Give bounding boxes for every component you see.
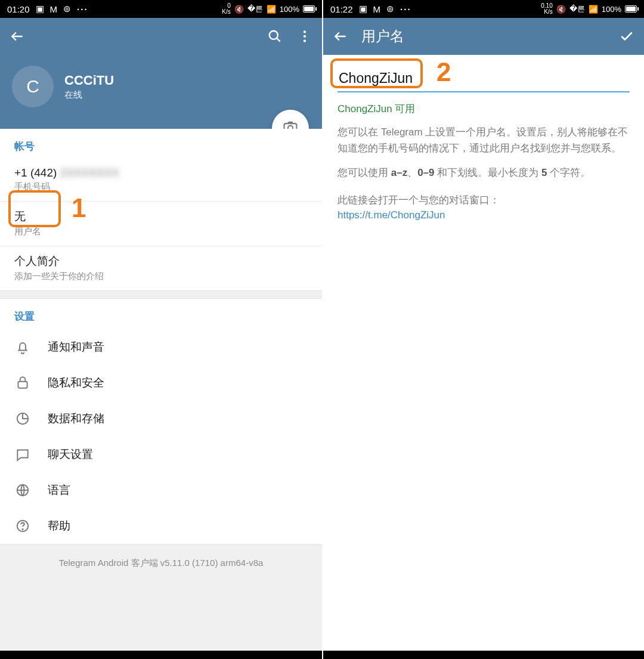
status-speed: 0 K/s	[222, 3, 230, 15]
status-hangouts-icon: ⊚	[386, 4, 394, 14]
back-icon[interactable]	[8, 27, 26, 45]
account-section: 帐号 +1 (442) 2XXXXXXX 手机号码 无 用户名 个人简介 添加一…	[0, 129, 322, 290]
phone-sub: 手机号码	[14, 181, 308, 193]
svg-point-0	[270, 31, 278, 39]
account-header: 帐号	[0, 129, 322, 159]
svg-point-1	[304, 30, 306, 33]
status-wifi-icon: �른	[569, 4, 585, 14]
section-divider	[0, 290, 322, 299]
settings-section: 设置 通知和声音 隐私和安全 数据和存储	[0, 299, 322, 544]
username-value: 无	[14, 209, 308, 224]
avatar[interactable]: C	[12, 66, 54, 107]
toolbar: 用户名	[323, 18, 644, 55]
help-icon	[14, 518, 31, 534]
battery-icon	[625, 5, 637, 13]
username-form: ChongZiJun 可用 您可以在 Telegram 上设置一个用户名。设置后…	[323, 55, 644, 231]
pie-icon	[14, 410, 31, 427]
settings-item-label: 数据和存储	[48, 411, 104, 426]
settings-item-label: 帮助	[48, 518, 70, 534]
username-row[interactable]: 无 用户名	[0, 201, 322, 246]
status-battery-text: 100%	[280, 5, 299, 14]
settings-item-label: 通知和声音	[48, 339, 104, 355]
profile-name: CCCiTU	[64, 73, 114, 88]
screen-settings: 01:20 ▣ M ⊚ 0 K/s 🔇 �른 📶 100%	[0, 0, 322, 659]
settings-item-help[interactable]: 帮助	[0, 508, 322, 544]
svg-point-2	[304, 35, 306, 38]
settings-header: 设置	[0, 299, 322, 329]
settings-item-language[interactable]: 语言	[0, 472, 322, 508]
settings-item-notifications[interactable]: 通知和声音	[0, 329, 322, 365]
username-input[interactable]	[338, 64, 630, 92]
globe-icon	[14, 482, 31, 499]
status-bar: 01:22 ▣ M ⊚ 0.10 K/s 🔇 �른 📶 100%	[323, 0, 644, 18]
status-mail-icon: M	[373, 4, 381, 14]
profile-link[interactable]: https://t.me/ChongZiJun	[338, 209, 630, 221]
settings-item-privacy[interactable]: 隐私和安全	[0, 365, 322, 401]
bio-value: 个人简介	[14, 253, 308, 269]
status-image-icon: ▣	[359, 4, 367, 14]
link-description: 此链接会打开一个与您的对话窗口：	[338, 193, 630, 207]
page-title: 用户名	[361, 27, 404, 46]
status-battery-text: 100%	[602, 5, 621, 14]
back-icon[interactable]	[332, 27, 349, 45]
profile-header: C CCCiTU 在线	[0, 55, 322, 129]
search-icon[interactable]	[266, 27, 284, 45]
settings-item-label: 隐私和安全	[48, 375, 104, 391]
screen-username: 01:22 ▣ M ⊚ 0.10 K/s 🔇 �른 📶 100% 用户名	[322, 0, 644, 659]
status-bar: 01:20 ▣ M ⊚ 0 K/s 🔇 �른 📶 100%	[0, 0, 322, 18]
bio-row[interactable]: 个人简介 添加一些关于你的介绍	[0, 246, 322, 290]
availability-text: ChongZiJun 可用	[338, 102, 630, 116]
status-speed: 0.10 K/s	[541, 3, 552, 15]
toolbar	[0, 18, 322, 55]
phone-row[interactable]: +1 (442) 2XXXXXXX 手机号码	[0, 159, 322, 201]
settings-item-chat[interactable]: 聊天设置	[0, 437, 322, 472]
profile-status: 在线	[64, 89, 114, 101]
chat-icon	[14, 446, 31, 463]
app-version: Telegram Android 客户端 v5.11.0 (1710) arm6…	[0, 544, 322, 659]
username-sub: 用户名	[14, 226, 308, 237]
phone-blurred: 2XXXXXXX	[60, 166, 119, 179]
status-more-icon	[77, 4, 88, 14]
confirm-icon[interactable]	[618, 27, 636, 45]
status-time: 01:20	[7, 4, 30, 14]
settings-item-label: 聊天设置	[48, 447, 93, 462]
lock-icon	[14, 375, 31, 391]
status-time: 01:22	[330, 4, 353, 14]
svg-point-3	[304, 39, 306, 42]
status-signal-icon: 📶	[267, 5, 276, 14]
svg-rect-6	[18, 382, 27, 388]
bio-sub: 添加一些关于你的介绍	[14, 271, 308, 282]
battery-icon	[303, 5, 315, 13]
phone-prefix: +1 (442)	[14, 166, 57, 179]
description-2: 您可以使用 a–z、0–9 和下划线。最小长度为 5 个字符。	[338, 165, 630, 181]
status-image-icon: ▣	[36, 4, 44, 14]
status-more-icon	[400, 4, 411, 14]
status-hangouts-icon: ⊚	[63, 4, 71, 14]
status-signal-icon: 📶	[589, 5, 598, 14]
status-mute-icon: 🔇	[234, 5, 244, 14]
status-mute-icon: 🔇	[556, 5, 566, 14]
status-mail-icon: M	[50, 4, 58, 14]
android-navbar	[0, 651, 322, 659]
settings-item-label: 语言	[48, 482, 70, 498]
more-icon[interactable]	[296, 27, 314, 45]
settings-item-data[interactable]: 数据和存储	[0, 401, 322, 437]
bell-icon	[14, 339, 31, 355]
description-1: 您可以在 Telegram 上设置一个用户名。设置后，别人将能够在不知道您的手机…	[338, 124, 630, 156]
status-wifi-icon: �른	[247, 4, 263, 14]
svg-point-10	[22, 529, 23, 530]
android-navbar	[323, 651, 644, 659]
